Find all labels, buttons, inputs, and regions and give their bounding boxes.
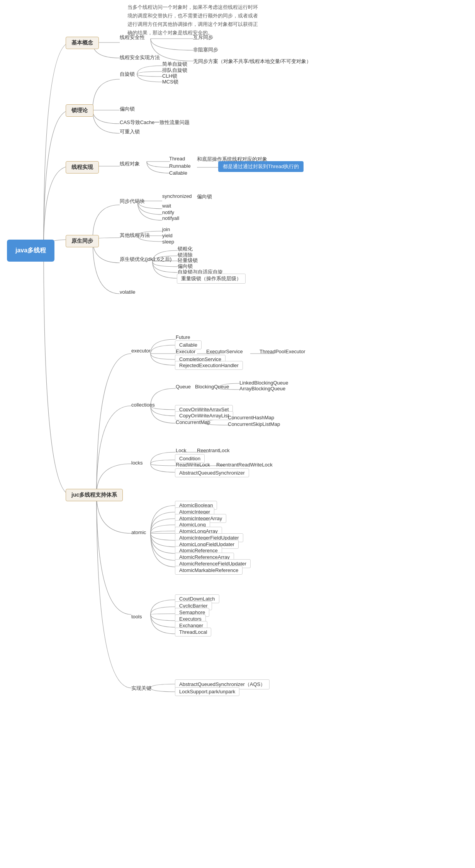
runnable-label: Runnable <box>169 163 191 169</box>
concurrenthashmap-label: ConcurrentHashMap <box>228 415 274 420</box>
copyonwrite-arraylist: CopyOnWriteArrayList <box>175 411 233 420</box>
linkedblockingqueue-label: LinkedBlockingQueue <box>239 380 288 386</box>
tongbu-daima-kuai: 同步代码块 <box>120 198 145 205</box>
mcs-suo: MCS锁 <box>162 78 178 85</box>
reentrantlock-label: ReentrantLock <box>197 448 230 453</box>
notify-label: notify <box>162 209 174 215</box>
ke-chongru-suo: 可重入锁 <box>120 128 140 135</box>
future-label: Future <box>176 334 190 340</box>
box-jucTixi: juc多线程支持体系 <box>66 489 123 501</box>
locksupport: LockSupport.park/unpark <box>175 687 239 696</box>
atomic-label: atomic <box>131 529 146 535</box>
notifyall-label: notifyall <box>162 215 179 221</box>
description-box: 当多个线程访问一个对象时，如果不考虑这些线程运行时环 境的调度和交替执行，也不需… <box>127 3 321 37</box>
rejectedexecution-label: RejectedExecutionHandler <box>175 361 243 370</box>
threadpoolexecutor-label: ThreadPoolExecutor <box>260 349 305 354</box>
lock-label: Lock <box>176 448 186 453</box>
concurrentmap-label: ConcurrentMap <box>176 419 210 425</box>
callable-label: Callable <box>169 170 187 176</box>
executor-class: Executor <box>176 349 195 354</box>
executor-label: executor <box>131 348 151 354</box>
yield-label: yield <box>162 233 173 238</box>
volatile-label: volatile <box>120 289 135 295</box>
wu-tongbu-fangan: 无同步方案（对象不共享/线程本地交量/不可变对象） <box>193 58 311 65</box>
reentrantreadwritelock-label: ReentrantReadWriteLock <box>216 462 273 468</box>
shixian-guanjian: 实现关键 <box>131 685 151 692</box>
tools-label: tools <box>131 614 142 620</box>
locks-label: locks <box>131 460 143 466</box>
xiancheng-shixian-fangfa: 线程安全实现方法 <box>120 54 160 61</box>
synchronized-label: synchronized <box>162 193 192 199</box>
readwritelock-label: ReadWriteLock <box>176 462 210 468</box>
pianxiang-suo: 偏向锁 <box>120 106 135 112</box>
blockingqueue-label: BlockingQueue <box>195 384 229 390</box>
box-suoLilun: 锁理论 <box>66 104 93 117</box>
box-yuanShengTongbu: 原生同步 <box>66 235 99 247</box>
highlight-thread-note: 都是通过通过封装到Thread执行的 <box>218 161 304 172</box>
sleep-label: sleep <box>162 239 174 245</box>
box-jibenGainian: 基本概念 <box>66 37 99 49</box>
callable-juc: Callable <box>175 340 202 349</box>
zhongliang-suo: 重量级锁（操作系统层级） <box>177 274 246 284</box>
fei-zuse-tongbu: 非阻塞同步 <box>193 46 218 53</box>
join-label: join <box>162 226 170 232</box>
huchi-tongbu: 互斥同步 <box>193 34 213 41</box>
threadlocal: ThreadLocal <box>175 628 211 637</box>
root-node: java多线程 <box>7 240 54 262</box>
yuansheng-suo-youhua: 原生锁优化(jdk1.6之后) <box>120 256 171 263</box>
atomicmarkablereference: AtomicMarkableReference <box>175 566 243 575</box>
xiancheng-duixiang: 线程对象 <box>120 160 140 167</box>
zixuan-suo: 自旋锁 <box>120 71 135 78</box>
cas-cache: CAS导致Cache一致性流量问题 <box>120 119 190 126</box>
executorservice-label: ExecutorService <box>206 349 243 354</box>
xiancheng-anquanxing: 线程安全性 <box>120 34 145 41</box>
mindmap-container: 当多个线程访问一个对象时，如果不考虑这些线程运行时环 境的调度和交替执行，也不需… <box>0 0 475 868</box>
collections-label: collections <box>131 402 155 408</box>
qita-xiancheng-fangfa: 其他线程方法 <box>120 232 150 239</box>
connector-lines <box>0 0 475 868</box>
concurrentskiplistmap-label: ConcurrentSkipListMap <box>228 421 280 427</box>
wait-label: wait <box>162 203 171 209</box>
box-xianchengShixian: 线程实现 <box>66 161 99 174</box>
abstractqueuedsync-label: AbstractQueuedSynchronizer <box>175 468 249 477</box>
queue-label: Queue <box>176 384 191 390</box>
thread-label: Thread <box>169 156 185 162</box>
pianxiang-suo2: 偏向锁 <box>197 193 212 200</box>
arrayblockingqueue-label: ArrayBlockingQueue <box>239 386 285 391</box>
